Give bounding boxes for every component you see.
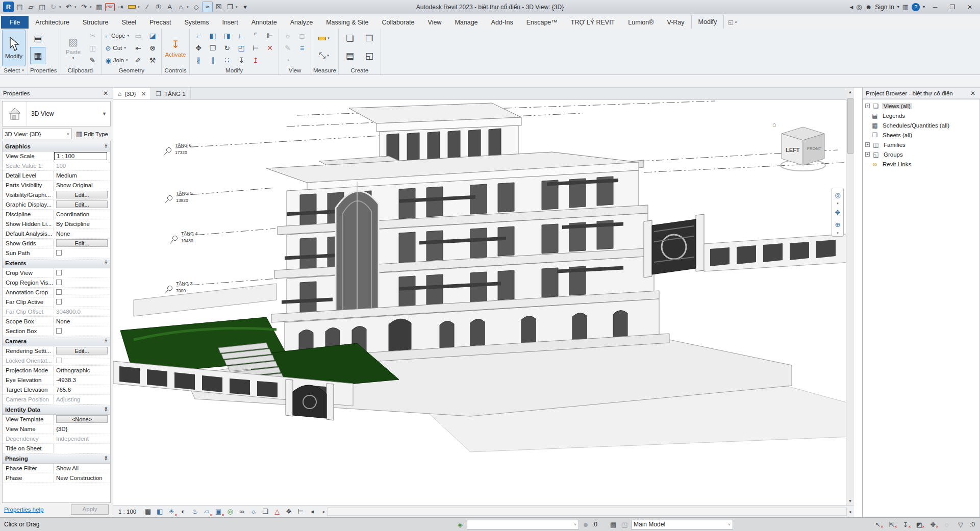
ribbon-tab-lumion-[interactable]: Lumion®	[621, 16, 660, 29]
property-value[interactable]: Edit...	[54, 200, 110, 209]
modify-panel-label[interactable]: Modify	[192, 66, 277, 74]
section-header-identity-data[interactable]: Identity Data»»	[3, 404, 110, 415]
ribbon-tab-analyze[interactable]: Analyze	[284, 16, 319, 29]
ribbon-tab-enscape-[interactable]: Enscape™	[520, 16, 564, 29]
pan-icon[interactable]: ✥	[833, 207, 843, 218]
display-box-button[interactable]: ◻	[295, 30, 309, 42]
view-cube[interactable]: ⌂ LEFT FRONT	[770, 120, 837, 176]
property-value[interactable]: Orthographic	[54, 366, 110, 375]
modify-button[interactable]: Modify	[2, 30, 26, 66]
model-view-3d[interactable]: TẦNG 6 17320 TẦNG 5 13920 TẦNG 4 10480 T…	[113, 100, 854, 505]
mirror-pick-axis-button[interactable]: ◧	[206, 30, 219, 42]
thin-lines-icon[interactable]: ≈	[202, 2, 213, 12]
property-value[interactable]: Edit...	[54, 346, 110, 356]
unpin-button[interactable]: ↥	[249, 54, 262, 66]
collapse-chevron-icon[interactable]: »»	[103, 144, 109, 148]
property-value[interactable]: None	[54, 229, 110, 238]
browser-item-sheets-all-[interactable]: ❐Sheets (all)	[863, 130, 979, 140]
paste-button[interactable]: ▨Paste▾	[61, 30, 85, 66]
view-scale-button[interactable]: 1 : 100	[118, 509, 136, 515]
controls-panel-label[interactable]: Controls	[164, 66, 187, 74]
steering-wheel-icon[interactable]: ◎	[833, 189, 843, 200]
shadows-icon[interactable]: ◐	[178, 507, 188, 517]
split-with-gap-button[interactable]: ∥	[206, 54, 219, 66]
property-input[interactable]: 1 : 100	[54, 152, 107, 160]
editing-requests-icon[interactable]: ☻	[581, 521, 590, 528]
temporary-view-properties-icon[interactable]: ❏	[260, 507, 270, 517]
switch-windows-icon[interactable]: ❐	[224, 2, 235, 12]
edit-button[interactable]: Edit...	[56, 239, 108, 247]
revit-logo[interactable]: R	[3, 2, 14, 12]
trim-extend-single-button[interactable]: ⊢	[249, 42, 262, 54]
save-icon[interactable]: ◫	[37, 2, 47, 12]
vertical-scrollbar[interactable]: ▲ ▼	[846, 88, 854, 505]
aligned-dimension-button-dropdown[interactable]: ▾	[327, 54, 329, 58]
property-checkbox[interactable]	[56, 270, 62, 275]
type-properties-button[interactable]: ▦	[30, 47, 45, 64]
help-icon[interactable]: ?	[912, 3, 920, 11]
visual-style-icon[interactable]: ◧	[155, 507, 165, 517]
select-panel-label[interactable]: Select▾	[2, 66, 26, 74]
property-value[interactable]	[54, 444, 110, 453]
expand-icon[interactable]: +	[865, 142, 870, 147]
vscroll-down-arrow[interactable]: ▼	[846, 497, 855, 505]
close-inactive-views-icon[interactable]: ☒	[213, 2, 224, 12]
trim-extend-multiple-button[interactable]: ⊩	[263, 30, 277, 42]
dimension-icon[interactable]	[127, 2, 137, 12]
geometry-panel-label[interactable]: Geometry	[104, 66, 159, 74]
delete-button[interactable]: ✕	[263, 42, 277, 54]
align-button[interactable]: ⌐	[192, 30, 205, 42]
browser-item-groups[interactable]: +◱Groups	[863, 149, 979, 159]
locked-3d-view-icon[interactable]: ◎	[225, 507, 235, 517]
properties-palette-button[interactable]: ▤	[30, 30, 45, 47]
customize-qat-icon[interactable]: ▾	[240, 2, 250, 12]
wall-joins-button[interactable]: ⇤	[132, 42, 145, 54]
help-dropdown-icon[interactable]: ▾	[923, 5, 925, 9]
property-value[interactable]: <None>	[54, 415, 110, 424]
ribbon-tab-architecture[interactable]: Architecture	[29, 16, 76, 29]
account-icon[interactable]: ☻	[865, 3, 872, 11]
vscroll-up-arrow[interactable]: ▲	[846, 88, 855, 96]
default-3d-view-icon[interactable]: ⌂	[175, 2, 186, 12]
property-value[interactable]: Show All	[54, 464, 110, 473]
close-button[interactable]: ✕	[963, 2, 977, 12]
match-type-properties-button[interactable]: ✎	[86, 54, 99, 66]
property-value[interactable]: Show Original	[54, 181, 110, 190]
restore-button[interactable]: ❐	[945, 2, 960, 12]
ribbon-tab-add-ins[interactable]: Add-Ins	[485, 16, 520, 29]
create-legend-component-button[interactable]: ❏	[341, 30, 359, 47]
file-doc-icon[interactable]: ▤	[14, 2, 25, 12]
ribbon-tab-steel[interactable]: Steel	[115, 16, 143, 29]
collapse-chevron-icon[interactable]: »»	[103, 457, 109, 460]
rendering-dialog-icon[interactable]: ♨	[190, 507, 200, 517]
cut-geometry-button-dropdown[interactable]: ▾	[124, 46, 126, 50]
property-value[interactable]: Medium	[54, 171, 110, 180]
zoom-dropdown-icon[interactable]: ▾	[837, 231, 839, 235]
undo-icon[interactable]: ↶	[63, 2, 74, 12]
ribbon-tab-tr-l-revit[interactable]: TRỢ LÝ REVIT	[564, 16, 621, 29]
hscroll-right-arrow[interactable]: ▸	[849, 509, 852, 514]
scale-button[interactable]: ◰	[235, 42, 248, 54]
offset-button[interactable]: ∟	[235, 30, 248, 42]
measure-panel-label[interactable]: Measure	[313, 66, 336, 74]
property-checkbox[interactable]	[56, 328, 62, 334]
show-crop-region-icon[interactable]: ▣	[213, 507, 223, 517]
app-store-cart-icon[interactable]: ▥	[902, 3, 909, 11]
background-processes-icon[interactable]: ◌	[942, 521, 951, 528]
redo-icon-dropdown[interactable]: ▾	[90, 5, 93, 9]
join-button-dropdown[interactable]: ▾	[126, 58, 128, 62]
view-panel-label[interactable]: View	[281, 66, 309, 74]
property-checkbox[interactable]	[56, 299, 62, 305]
select-pinned-elements-toggle[interactable]: ↧	[901, 521, 910, 528]
undo-icon-dropdown[interactable]: ▾	[74, 5, 78, 9]
drag-elements-on-selection-toggle[interactable]: ✥	[928, 521, 938, 528]
instance-selector-dropdown-icon[interactable]: ˅	[67, 132, 69, 137]
property-checkbox[interactable]	[56, 358, 62, 363]
workset-select[interactable]: ˅	[467, 520, 579, 529]
search-icon[interactable]: ◎	[856, 3, 862, 11]
viewcube-front-face[interactable]: FRONT	[807, 146, 821, 151]
zoom-icon[interactable]: ⊕	[833, 219, 843, 230]
ribbon-tab-modify[interactable]: Modify	[691, 15, 724, 29]
edit-button[interactable]: <None>	[56, 415, 108, 423]
export-pdf-icon[interactable]: PDF	[105, 3, 115, 11]
